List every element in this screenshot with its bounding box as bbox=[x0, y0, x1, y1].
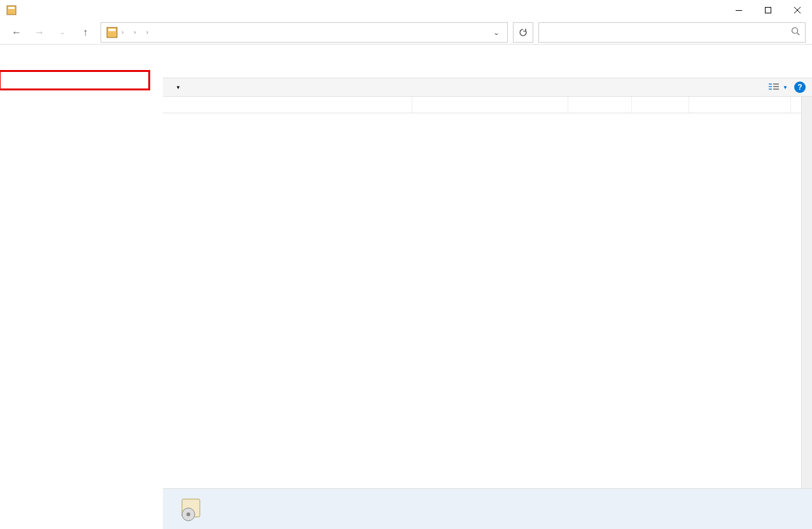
list-header bbox=[163, 97, 801, 113]
help-button[interactable]: ? bbox=[794, 81, 806, 93]
breadcrumb-control-panel[interactable] bbox=[125, 23, 132, 42]
status-icon bbox=[176, 494, 206, 525]
title-bar bbox=[0, 0, 812, 20]
breadcrumb-programs[interactable] bbox=[137, 23, 145, 42]
dropdown-arrow-icon: ▼ bbox=[783, 85, 788, 90]
svg-rect-15 bbox=[773, 88, 779, 90]
shield-icon bbox=[0, 74, 1, 85]
sidebar bbox=[0, 45, 163, 529]
highlighted-region bbox=[0, 70, 150, 90]
column-header-name[interactable] bbox=[163, 97, 412, 113]
svg-rect-2 bbox=[736, 10, 742, 11]
close-button[interactable] bbox=[783, 0, 812, 20]
minimize-button[interactable] bbox=[724, 0, 753, 20]
organize-button[interactable]: ▼ bbox=[169, 83, 185, 92]
column-header-version[interactable] bbox=[689, 97, 791, 113]
view-button[interactable]: ▼ bbox=[769, 83, 788, 92]
scrollbar[interactable] bbox=[801, 97, 812, 488]
main-content: ▼ ▼ ? ⌃ bbox=[163, 45, 812, 529]
refresh-button[interactable] bbox=[513, 22, 533, 43]
sidebar-turn-windows-features[interactable] bbox=[0, 74, 144, 85]
dropdown-arrow-icon: ▼ bbox=[176, 85, 181, 90]
toolbar: ▼ ▼ ? bbox=[163, 78, 812, 97]
svg-rect-11 bbox=[769, 86, 772, 87]
view-icon bbox=[769, 83, 779, 92]
program-list[interactable]: ⌃ bbox=[163, 97, 801, 488]
svg-rect-13 bbox=[773, 83, 779, 85]
address-dropdown[interactable]: ⌄ bbox=[488, 28, 505, 37]
svg-rect-14 bbox=[773, 86, 779, 87]
breadcrumb-chevron[interactable]: › bbox=[120, 23, 125, 42]
breadcrumb-chevron[interactable]: › bbox=[145, 23, 150, 42]
maximize-button[interactable] bbox=[753, 0, 783, 20]
svg-point-18 bbox=[186, 512, 190, 516]
breadcrumb-programs-features[interactable] bbox=[150, 23, 157, 42]
search-icon[interactable] bbox=[791, 27, 800, 38]
svg-rect-10 bbox=[769, 83, 772, 85]
search-box[interactable] bbox=[538, 22, 806, 43]
svg-line-9 bbox=[797, 33, 800, 36]
svg-point-8 bbox=[792, 28, 798, 34]
breadcrumb-chevron[interactable]: › bbox=[132, 23, 137, 42]
location-icon bbox=[106, 27, 118, 38]
status-bar bbox=[163, 488, 812, 529]
forward-button[interactable]: → bbox=[29, 22, 50, 43]
column-header-publisher[interactable] bbox=[412, 97, 568, 113]
column-header-size[interactable] bbox=[632, 97, 689, 113]
navigation-bar: ← → ⌄ ↑ › › › ⌄ bbox=[0, 20, 812, 45]
recent-locations-button[interactable]: ⌄ bbox=[52, 22, 73, 43]
back-button[interactable]: ← bbox=[6, 22, 27, 43]
search-input[interactable] bbox=[544, 27, 791, 37]
svg-rect-1 bbox=[8, 7, 15, 9]
address-bar[interactable]: › › › ⌄ bbox=[101, 22, 508, 43]
svg-rect-12 bbox=[769, 88, 772, 90]
up-button[interactable]: ↑ bbox=[75, 22, 95, 43]
app-icon bbox=[6, 5, 17, 15]
svg-rect-3 bbox=[766, 8, 771, 13]
svg-rect-7 bbox=[108, 29, 115, 31]
column-header-installed[interactable] bbox=[568, 97, 632, 113]
